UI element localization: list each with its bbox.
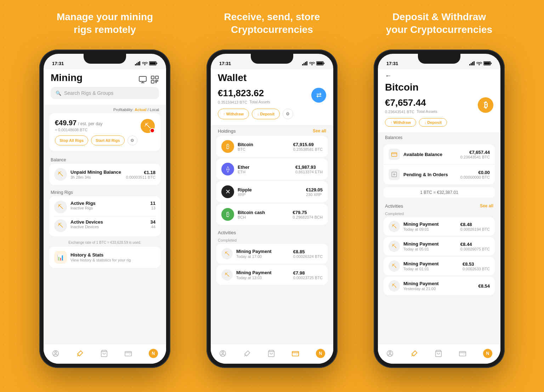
ether-coin-icon: ⟠ xyxy=(221,163,234,175)
wallet-transfer-icon[interactable]: ⇄ xyxy=(311,88,326,103)
activity-1-icon: ⛏ xyxy=(221,248,233,259)
btc-activity-1-values: €8.48 0.00026194 BTC xyxy=(460,222,490,231)
available-balance-icon xyxy=(389,149,400,160)
earnings-amount: €49.97 xyxy=(55,119,76,127)
coin-bitcoin[interactable]: ₿ Bitcoin BTC €7,915.69 0.23538581 BTC xyxy=(216,136,328,157)
back-button[interactable]: ← xyxy=(385,72,493,80)
cart-icon-w xyxy=(267,350,275,357)
see-all-holdings[interactable]: See all xyxy=(313,128,326,134)
start-all-rigs-button[interactable]: Start All Rigs xyxy=(91,136,125,145)
active-devices-count: 34 xyxy=(151,219,155,225)
svg-rect-23 xyxy=(324,63,324,64)
nav-mining-w[interactable] xyxy=(243,350,251,357)
btc-activity-1-time: Today at 09:01 xyxy=(403,227,457,231)
devices-labels: Active Devices Inactive Devices xyxy=(70,219,147,229)
btc-activity-2-icon: ⛏ xyxy=(389,241,400,252)
btc-activity-3-time: Today at 01:01 xyxy=(403,267,459,271)
monitor-icon[interactable] xyxy=(138,75,147,84)
bitcoin-title: Bitcoin xyxy=(385,82,493,93)
coin-bitcoin-cash[interactable]: ₿ Bitcoin cash BCH €79.75 0.29682074 BCH xyxy=(216,204,328,225)
stop-all-rigs-button[interactable]: Stop All Rigs xyxy=(55,136,88,145)
nav-home-w[interactable] xyxy=(219,350,227,357)
status-icons-wallet xyxy=(302,61,325,65)
btc-withdraw-button[interactable]: ↑ Withdraw xyxy=(385,118,416,127)
svg-rect-13 xyxy=(155,82,157,83)
btc-activity-1-title: Mining Payment xyxy=(403,221,457,227)
btc-deposit-button[interactable]: ↓ Deposit xyxy=(419,118,447,127)
nav-market[interactable] xyxy=(100,350,108,357)
btc-activity-2-btc: 0.00026075 BTC xyxy=(460,247,490,251)
wallet-total-label: Total Assets xyxy=(249,100,270,104)
svg-rect-36 xyxy=(392,153,397,157)
inactive-devices-count: 44 xyxy=(151,225,155,229)
nav-notif-w[interactable]: N xyxy=(316,349,325,358)
bitcoin-coin-btc: 0.23538581 BTC xyxy=(293,147,323,151)
activity-2-icon: ⛏ xyxy=(221,269,233,281)
wallet-settings-button[interactable]: ⚙ xyxy=(283,109,293,119)
mining-screen: 17:31 xyxy=(44,54,166,364)
divider xyxy=(54,216,155,217)
pending-balance-icon xyxy=(389,169,400,180)
activity-2-info: Mining Payment Today at 13:03 xyxy=(236,270,290,280)
activity-1-time: Today at 17:00 xyxy=(236,254,290,259)
coin-ether[interactable]: ⟠ Ether ETH €1,987.93 0.8613374 ETH xyxy=(216,158,328,180)
balances-card: Available Balance €7,657.44 0.23643541 B… xyxy=(384,144,495,184)
nav-market-b[interactable] xyxy=(435,350,442,357)
mining-content: Mining xyxy=(44,69,166,364)
nav-mining[interactable] xyxy=(76,350,84,357)
pending-val: €0.00 xyxy=(460,170,490,175)
nav-wallet-w[interactable] xyxy=(291,350,299,357)
settings-button[interactable]: ⚙ xyxy=(128,136,137,145)
search-bar[interactable]: 🔍 Search Rigs & Groups xyxy=(51,87,159,99)
phone-wallet: 17:31 xyxy=(206,50,338,368)
nav-mining-b[interactable] xyxy=(410,350,418,357)
history-card[interactable]: 📊 History & Stats View history & statist… xyxy=(49,247,160,268)
nav-notif-b[interactable]: N xyxy=(483,349,492,358)
svg-rect-21 xyxy=(306,61,307,65)
ripple-coin-val: €129.05 xyxy=(306,187,323,192)
wallet-amount: €11,823.62 xyxy=(218,88,270,99)
svg-rect-32 xyxy=(474,61,475,65)
svg-rect-28 xyxy=(292,351,299,356)
btc-activity-1-val: €8.48 xyxy=(460,222,490,227)
nav-home-b[interactable] xyxy=(386,350,394,357)
btc-activity-4-info: Mining Payment Yesterday at 21:00 xyxy=(403,281,475,291)
deposit-button[interactable]: ↓ Deposit xyxy=(252,109,280,119)
nav-wallet[interactable] xyxy=(124,350,132,357)
activity-1-btc: 0.00026324 BTC xyxy=(293,254,323,259)
mining-title: Mining xyxy=(51,72,83,83)
unpaid-icon: ⛏ xyxy=(54,168,67,181)
nav-wallet-b[interactable] xyxy=(459,350,466,357)
ether-coin-sym: ETH xyxy=(238,170,292,174)
btc-see-all[interactable]: See all xyxy=(480,203,493,209)
mining-bottom-nav: N xyxy=(44,344,166,364)
status-time-bitcoin: 17:31 xyxy=(386,61,398,66)
svg-rect-10 xyxy=(151,80,154,83)
coin-ripple[interactable]: ✕ Ripple XRP €129.05 230 XRP xyxy=(216,181,328,202)
battery-icon xyxy=(149,61,158,65)
activity-1-info: Mining Payment Today at 17:00 xyxy=(236,249,290,259)
btc-completed-label: Completed xyxy=(378,210,500,217)
qr-icon[interactable] xyxy=(151,75,159,84)
activity-1-val: €8.85 xyxy=(293,249,323,254)
wifi-icon xyxy=(142,61,148,65)
btc-activity-4-val: €8.54 xyxy=(478,283,490,289)
btc-activity-2-info: Mining Payment Today at 05:01 xyxy=(403,241,457,251)
nav-home[interactable] xyxy=(52,350,60,357)
ether-coin-val: €1,987.93 xyxy=(295,165,323,170)
unpaid-title: Unpaid Mining Balance xyxy=(70,169,123,175)
activities-label: Activities xyxy=(211,226,333,237)
notch-bitcoin xyxy=(418,54,460,64)
ripple-coin-sym: XRP xyxy=(238,192,302,197)
withdraw-button[interactable]: ↑ Withdraw xyxy=(218,109,249,119)
available-btc: 0.23643541 BTC xyxy=(460,155,490,159)
svg-point-15 xyxy=(55,351,57,353)
bitcoin-coin-info: Bitcoin BTC xyxy=(238,142,290,151)
inactive-rigs-count: 13 xyxy=(151,206,155,210)
unpaid-balance-card: ⛏ Unpaid Mining Balance 3h 28m 34s €1.18… xyxy=(49,164,160,185)
bch-coin-sym: BCH xyxy=(238,215,289,219)
nav-notifications[interactable]: N xyxy=(149,349,158,358)
svg-rect-9 xyxy=(155,76,158,79)
nav-market-w[interactable] xyxy=(267,350,275,357)
svg-rect-30 xyxy=(471,63,472,65)
